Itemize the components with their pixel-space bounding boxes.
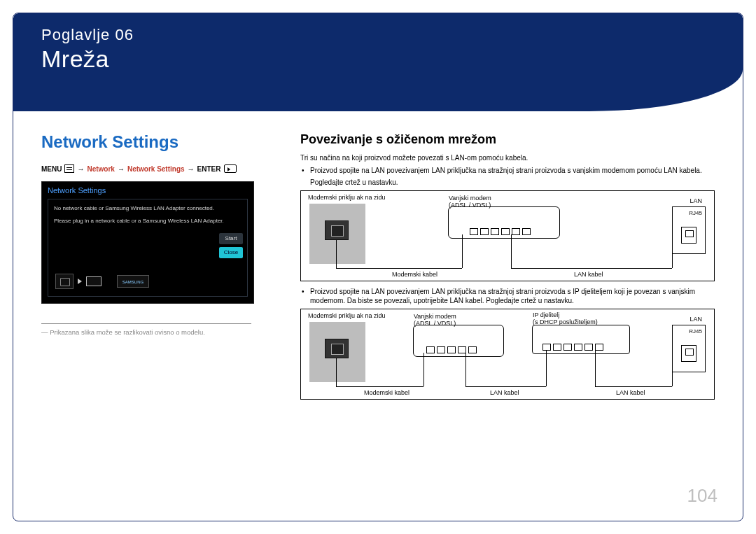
cable-icon xyxy=(424,353,424,386)
cable-icon xyxy=(336,358,337,386)
rj45-label: RJ45 xyxy=(689,328,702,335)
rj45-label: RJ45 xyxy=(689,210,702,216)
wall-label: Modemski priklju ak na zidu xyxy=(308,194,386,201)
modem-label: Vanjski modem (ADSL / VDSL) xyxy=(414,313,456,327)
lan-cable-label: LAN kabel xyxy=(574,271,603,278)
modem-label-text: Vanjski modem xyxy=(414,313,456,320)
model-note: Prikazana slika može se razlikovati ovis… xyxy=(41,328,272,336)
cable-icon xyxy=(672,358,673,386)
modem-label: Vanjski modem (ADSL / VDSL) xyxy=(449,195,491,209)
modem-sub-text: (ADSL / VDSL) xyxy=(414,320,456,327)
cable-icon xyxy=(672,240,673,268)
lan-label: LAN xyxy=(690,316,702,323)
cable-icon xyxy=(511,268,672,269)
usb-adapter-icon: SAMSUNG xyxy=(117,275,149,288)
cable-icon xyxy=(595,350,596,386)
cable-icon xyxy=(336,268,462,269)
tv-text-1: No network cable or Samsung Wireless LAN… xyxy=(54,205,241,212)
modem-sub-text: (ADSL / VDSL) xyxy=(449,202,491,209)
tv-icon-row: SAMSUNG xyxy=(55,274,149,289)
cable-icon xyxy=(511,234,512,268)
cable-icon xyxy=(336,240,337,268)
cable-icon xyxy=(465,353,466,386)
chapter-title: Mreža xyxy=(41,45,715,73)
plug-icon xyxy=(86,276,102,286)
menu-network-settings: Network Settings xyxy=(127,165,185,173)
chapter-banner: Poglavlje 06 Mreža xyxy=(13,13,743,111)
modem-cable-label: Modemski kabel xyxy=(364,389,410,396)
ip-sharer-sub: (s DHCP poslužiteljem) xyxy=(533,318,598,325)
close-button[interactable]: Close xyxy=(219,247,243,258)
lan-label: LAN xyxy=(690,197,702,204)
modem-cable-label: Modemski kabel xyxy=(392,271,438,278)
enter-icon xyxy=(224,164,237,173)
wall-port-icon xyxy=(325,339,349,358)
wall-panel xyxy=(309,322,365,382)
wall-label: Modemski priklju ak na zidu xyxy=(308,312,386,319)
start-button[interactable]: Start xyxy=(219,233,243,244)
cable-icon xyxy=(462,234,463,268)
menu-label: MENU xyxy=(41,165,62,173)
tv-title: Network Settings xyxy=(48,186,248,195)
wall-panel xyxy=(309,204,365,264)
cable-icon xyxy=(465,386,546,387)
bullet-2: Proizvod spojite na LAN povezivanjem LAN… xyxy=(310,287,715,306)
product-lan-port: LAN RJ45 xyxy=(672,206,706,254)
cable-icon xyxy=(595,386,672,387)
rj45-port-icon xyxy=(681,227,696,244)
menu-icon xyxy=(64,164,74,173)
chapter-label: Poglavlje 06 xyxy=(41,26,715,44)
modem-icon: Vanjski modem (ADSL / VDSL) xyxy=(448,206,560,239)
ip-sharer-label: IP djelitelj xyxy=(533,311,559,318)
cable-icon xyxy=(546,350,547,386)
diagram-2: Modemski priklju ak na zidu Vanjski mode… xyxy=(300,309,715,400)
content-area: Network Settings MENU → Network → Networ… xyxy=(13,111,743,405)
modem-icon: Vanjski modem (ADSL / VDSL) xyxy=(413,325,504,357)
see-below-1: Pogledajte crtež u nastavku. xyxy=(310,178,715,186)
arrow-icon: → xyxy=(77,165,84,173)
right-column: Povezivanje s ožičenom mrežom Tri su nač… xyxy=(300,132,715,405)
arrow-icon: → xyxy=(188,165,195,173)
cable-icon xyxy=(336,386,424,387)
bullet-1: Proizvod spojite na LAN povezivanjem LAN… xyxy=(310,166,715,176)
lan-cable-label-1: LAN kabel xyxy=(490,389,519,396)
intro-text: Tri su načina na koji proizvod možete po… xyxy=(300,154,715,162)
divider xyxy=(41,323,251,324)
arrow-icon: → xyxy=(118,165,125,173)
menu-path: MENU → Network → Network Settings → ENTE… xyxy=(41,164,272,173)
ip-sharer-icon: IP djelitelj (s DHCP poslužiteljem) xyxy=(532,325,630,354)
left-column: Network Settings MENU → Network → Networ… xyxy=(41,132,272,405)
tv-text-2: Please plug in a network cable or a Sams… xyxy=(54,218,241,225)
page-frame: Poglavlje 06 Mreža Network Settings MENU… xyxy=(13,13,743,521)
modem-label-text: Vanjski modem xyxy=(449,195,491,202)
subheading: Povezivanje s ožičenom mrežom xyxy=(300,132,715,147)
menu-network: Network xyxy=(87,165,114,173)
page-number: 104 xyxy=(687,485,718,507)
diagram-1: Modemski priklju ak na zidu Vanjski mode… xyxy=(300,190,715,281)
arrow-icon xyxy=(78,279,82,284)
rj45-port-icon xyxy=(681,345,696,362)
enter-label: ENTER xyxy=(197,165,221,173)
tv-dialog: No network cable or Samsung Wireless LAN… xyxy=(48,199,248,297)
tv-screenshot: Network Settings No network cable or Sam… xyxy=(41,181,254,304)
section-heading: Network Settings xyxy=(41,132,272,152)
lan-port-icon xyxy=(55,274,74,289)
wall-port-icon xyxy=(325,220,349,240)
product-lan-port: LAN RJ45 xyxy=(672,325,706,372)
lan-cable-label-2: LAN kabel xyxy=(616,389,645,396)
